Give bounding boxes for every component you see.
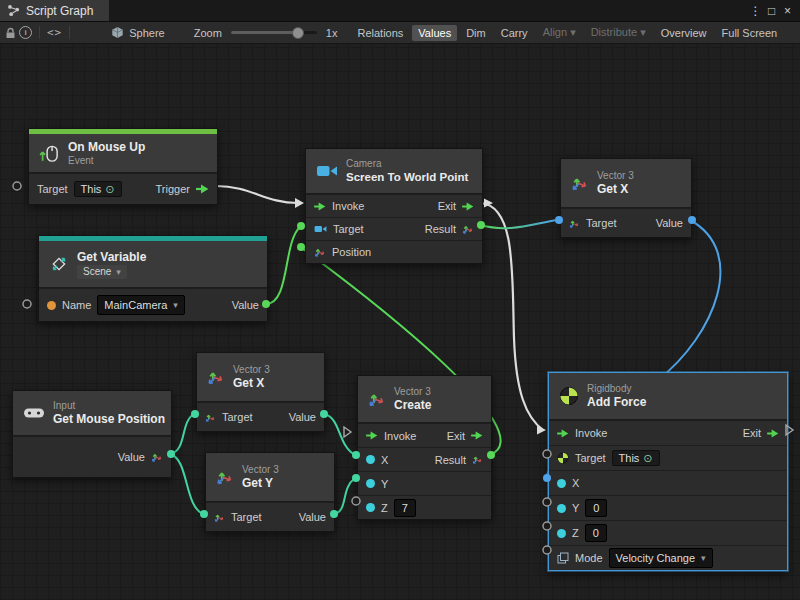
trigger-label: Trigger — [156, 183, 190, 195]
variable-scope-dropdown[interactable]: Scene ▾ — [77, 265, 127, 279]
node-category: Rigidbody — [587, 383, 646, 394]
tab-script-graph[interactable]: Script Graph — [0, 0, 109, 21]
z-value-field[interactable]: 0 — [585, 524, 607, 542]
distribute-button[interactable]: Distribute ▾ — [585, 24, 652, 41]
x-port[interactable] — [366, 455, 375, 464]
align-button[interactable]: Align ▾ — [537, 24, 582, 41]
lock-icon[interactable] — [5, 27, 16, 39]
node-title: Screen To World Point — [346, 170, 468, 184]
node-screen-to-world-point[interactable]: Camera Screen To World Point Invoke Exit… — [305, 148, 483, 264]
target-label: Target — [231, 511, 262, 523]
carry-button[interactable]: Carry — [495, 25, 534, 41]
exit-label: Exit — [743, 427, 761, 439]
vector3-icon — [571, 174, 589, 192]
z-value-field[interactable]: 7 — [394, 499, 416, 517]
vector3-type-icon — [472, 454, 483, 465]
variable-icon — [49, 254, 69, 274]
rigidbody-type-icon — [557, 452, 569, 464]
x-label: X — [572, 477, 579, 489]
variable-name-dropdown[interactable]: MainCamera ▾ — [97, 295, 185, 315]
maximize-button[interactable]: □ — [764, 1, 779, 21]
tab-label: Script Graph — [26, 4, 93, 18]
row-y: Y — [358, 471, 491, 495]
close-button[interactable]: × — [780, 1, 795, 21]
node-category: Camera — [346, 158, 468, 169]
z-label: Z — [572, 527, 579, 539]
camera-icon — [316, 163, 338, 179]
exit-flow-port[interactable] — [767, 429, 779, 438]
y-value-field[interactable]: 0 — [585, 499, 607, 517]
variable-name-value: MainCamera — [104, 299, 167, 311]
node-title: Create — [394, 398, 431, 412]
name-port[interactable] — [47, 301, 56, 310]
info-icon[interactable]: i — [19, 26, 32, 39]
zoom-label: Zoom — [194, 27, 222, 39]
values-button[interactable]: Values — [412, 25, 457, 41]
value-label: Value — [299, 511, 326, 523]
enum-mode-icon — [557, 552, 569, 564]
x-port[interactable] — [557, 479, 566, 488]
dim-button[interactable]: Dim — [460, 25, 492, 41]
zoom-slider[interactable] — [231, 31, 317, 34]
node-get-x-world[interactable]: Vector 3 Get X Target Value — [560, 158, 692, 238]
row-target: Target This ⊙ — [549, 445, 787, 470]
toolbar-separator — [39, 26, 40, 39]
node-add-force[interactable]: Rigidbody Add Force Invoke Exit Target T… — [548, 372, 788, 571]
node-get-variable[interactable]: Get Variable Scene ▾ Name MainCamera ▾ V… — [38, 235, 268, 322]
node-category: Vector 3 — [233, 364, 270, 375]
vector3-type-icon — [314, 246, 326, 258]
node-subtitle: Event — [68, 155, 145, 167]
code-preview-icon[interactable]: <> — [47, 26, 62, 39]
exit-label: Exit — [447, 430, 465, 442]
zoom-slider-handle[interactable] — [292, 27, 304, 39]
z-label: Z — [381, 502, 388, 514]
node-title: Add Force — [587, 395, 646, 409]
node-title: On Mouse Up — [68, 140, 145, 154]
target-this-value: This — [81, 183, 102, 195]
x-label: X — [381, 454, 388, 466]
invoke-flow-port[interactable] — [557, 429, 569, 438]
camera-type-icon — [314, 224, 327, 234]
value-label: Value — [118, 451, 145, 463]
y-port[interactable] — [557, 504, 566, 513]
fullscreen-button[interactable]: Full Screen — [716, 25, 784, 41]
row-invoke-exit: Invoke Exit — [549, 420, 787, 445]
vector3-icon — [207, 368, 225, 386]
window-menu-button[interactable]: ⋮ — [748, 1, 763, 21]
mode-dropdown[interactable]: Velocity Change ▾ — [609, 548, 713, 568]
invoke-label: Invoke — [384, 430, 416, 442]
row-target-value: Target Value — [561, 208, 691, 237]
target-this-chip[interactable]: This ⊙ — [612, 450, 660, 466]
node-category: Vector 3 — [242, 464, 279, 475]
chevron-down-icon: ▾ — [116, 267, 121, 277]
vector3-icon — [216, 468, 234, 486]
exit-flow-port[interactable] — [462, 202, 474, 211]
overview-button[interactable]: Overview — [655, 25, 713, 41]
window-tab-bar: Script Graph ⋮ □ × — [0, 0, 800, 22]
node-create-vector3[interactable]: Vector 3 Create Invoke Exit X Result Y Z… — [357, 375, 492, 520]
y-label: Y — [381, 478, 388, 490]
node-get-y-mouse[interactable]: Vector 3 Get Y Target Value — [205, 452, 335, 532]
node-get-mouse-position[interactable]: Input Get Mouse Position Value — [12, 390, 172, 478]
node-title: Get Mouse Position — [53, 412, 161, 426]
invoke-flow-port[interactable] — [366, 431, 378, 440]
row-x-result: X Result — [358, 447, 491, 471]
exit-flow-port[interactable] — [471, 431, 483, 440]
relations-button[interactable]: Relations — [351, 25, 409, 41]
vector3-type-icon — [462, 223, 474, 235]
z-port[interactable] — [557, 529, 566, 538]
node-get-x-mouse[interactable]: Vector 3 Get X Target Value — [196, 352, 325, 432]
invoke-flow-port[interactable] — [314, 202, 326, 211]
row-target-trigger: Target This ⊙ Trigger — [29, 173, 217, 204]
target-this-chip[interactable]: This ⊙ — [74, 181, 122, 197]
row-mode: Mode Velocity Change ▾ — [549, 545, 787, 570]
z-port[interactable] — [366, 503, 375, 512]
mouse-icon — [39, 143, 60, 164]
vector3-type-icon — [151, 451, 163, 463]
node-on-mouse-up[interactable]: On Mouse Up Event Target This ⊙ Trigger — [28, 128, 218, 205]
row-z: Z 0 — [549, 520, 787, 545]
trigger-flow-port[interactable] — [196, 184, 209, 194]
toolbar-separator — [69, 26, 70, 39]
graph-context[interactable]: Sphere — [111, 26, 164, 39]
y-port[interactable] — [366, 479, 375, 488]
